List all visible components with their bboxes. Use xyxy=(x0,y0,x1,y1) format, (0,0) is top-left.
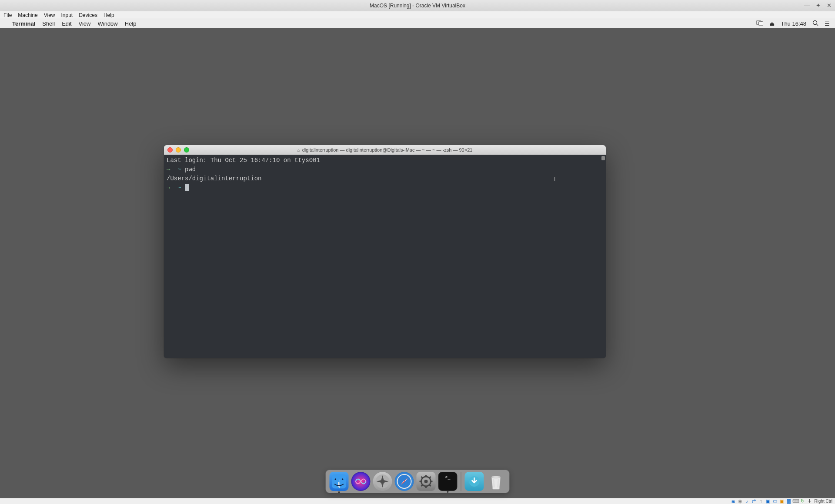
virtualbox-window-title: MacOS [Running] - Oracle VM VirtualBox xyxy=(370,3,465,9)
vb-menu-file[interactable]: File xyxy=(3,12,12,18)
mac-menu-edit[interactable]: Edit xyxy=(62,20,71,27)
traffic-lights xyxy=(167,147,189,153)
terminal-line-last-login: Last login: Thu Oct 25 16:47:10 on ttys0… xyxy=(167,156,603,165)
svg-point-2 xyxy=(813,20,817,24)
macos-guest-screen: Terminal Shell Edit View Window Help ⏏ T… xyxy=(0,19,835,498)
virtualbox-menubar: File Machine View Input Devices Help xyxy=(0,11,835,19)
dock-siri-icon[interactable] xyxy=(351,472,371,491)
mac-menu-app[interactable]: Terminal xyxy=(12,20,35,27)
vb-menu-help[interactable]: Help xyxy=(104,12,114,18)
vb-mouse-integration-icon[interactable]: ⌨ xyxy=(793,498,798,504)
text-cursor-ibeam-icon: I xyxy=(554,175,556,184)
vb-hard-disk-icon[interactable]: ◙ xyxy=(730,498,736,504)
dock-launchpad-icon[interactable] xyxy=(373,472,392,491)
terminal-titlebar[interactable]: ⌂ digitalinterruption — digitalinterrupt… xyxy=(164,145,606,155)
window-zoom-button[interactable] xyxy=(184,147,189,153)
macos-dock: >_ xyxy=(326,470,509,493)
vb-processor-icon[interactable]: ▓ xyxy=(786,498,792,504)
macos-menubar: Terminal Shell Edit View Window Help ⏏ T… xyxy=(0,19,835,28)
vb-close-button[interactable]: ✕ xyxy=(827,2,832,9)
terminal-line-prompt-1: → ~ pwd xyxy=(167,165,603,174)
vb-display-icon[interactable]: ▭ xyxy=(772,498,778,504)
window-close-button[interactable] xyxy=(167,147,173,153)
vb-hostkey-status-icon[interactable]: ↻ xyxy=(800,498,805,504)
dock-terminal-icon[interactable]: >_ xyxy=(438,472,458,491)
terminal-line-output-1: /Users/digitalinterruption xyxy=(167,174,603,183)
vb-audio-icon[interactable]: ♪ xyxy=(744,498,750,504)
vb-hostkey-arrow-icon[interactable]: ⬇ xyxy=(807,498,812,504)
vb-menu-view[interactable]: View xyxy=(44,12,55,18)
virtualbox-titlebar: MacOS [Running] - Oracle VM VirtualBox —… xyxy=(0,0,835,11)
vb-hostkey-label: Right Ctrl xyxy=(814,499,832,504)
terminal-scrollbar[interactable] xyxy=(601,156,605,160)
terminal-line-prompt-2: → ~ xyxy=(167,183,603,192)
vb-network-icon[interactable]: ⇄ xyxy=(751,498,757,504)
terminal-cursor xyxy=(185,184,189,191)
dock-system-preferences-icon[interactable] xyxy=(417,472,436,491)
display-mirroring-icon[interactable] xyxy=(756,20,763,27)
svg-point-5 xyxy=(335,478,337,480)
vb-optical-disk-icon[interactable]: ◉ xyxy=(737,498,743,504)
terminal-body[interactable]: Last login: Thu Oct 25 16:47:10 on ttys0… xyxy=(164,155,606,358)
mac-menu-view[interactable]: View xyxy=(79,20,91,27)
mac-menu-shell[interactable]: Shell xyxy=(42,20,55,27)
terminal-command-1: pwd xyxy=(185,166,196,173)
vb-menu-input[interactable]: Input xyxy=(61,12,73,18)
spotlight-icon[interactable] xyxy=(812,20,818,27)
svg-line-16 xyxy=(429,484,431,486)
vb-menu-machine[interactable]: Machine xyxy=(18,12,37,18)
vb-minimize-button[interactable]: — xyxy=(804,2,810,9)
virtualbox-window-controls: — ✦ ✕ xyxy=(804,2,832,9)
eject-icon[interactable]: ⏏ xyxy=(769,20,775,27)
prompt-arrow-icon: → xyxy=(167,166,170,173)
svg-point-6 xyxy=(342,478,344,480)
svg-line-17 xyxy=(429,477,431,478)
svg-point-19 xyxy=(424,480,428,483)
terminal-window[interactable]: ⌂ digitalinterruption — digitalinterrupt… xyxy=(164,145,606,358)
vb-maximize-button[interactable]: ✦ xyxy=(816,2,821,9)
svg-line-24 xyxy=(498,479,498,487)
mac-menu-help[interactable]: Help xyxy=(125,20,137,27)
vb-menu-devices[interactable]: Devices xyxy=(79,12,97,18)
virtualbox-statusbar: ◙ ◉ ♪ ⇄ ⎍ ▣ ▭ ▣ ▓ ⌨ ↻ ⬇ Right Ctrl xyxy=(0,498,835,504)
terminal-title: ⌂ digitalinterruption — digitalinterrupt… xyxy=(297,147,473,153)
svg-line-15 xyxy=(421,477,423,478)
vb-status-icons: ◙ ◉ ♪ ⇄ ⎍ ▣ ▭ ▣ ▓ ⌨ ↻ ⬇ xyxy=(730,498,812,504)
svg-rect-1 xyxy=(758,22,763,25)
mac-menu-window[interactable]: Window xyxy=(98,20,118,27)
terminal-title-text: digitalinterruption — digitalinterruptio… xyxy=(302,147,473,153)
prompt-arrow-icon: → xyxy=(167,184,170,191)
prompt-tilde: ~ xyxy=(177,184,181,191)
home-icon: ⌂ xyxy=(297,148,300,153)
svg-point-21 xyxy=(492,476,501,478)
dock-trash-icon[interactable] xyxy=(487,472,506,491)
dock-safari-icon[interactable] xyxy=(395,472,414,491)
vb-shared-folders-icon[interactable]: ▣ xyxy=(765,498,771,504)
prompt-tilde: ~ xyxy=(177,166,181,173)
svg-line-18 xyxy=(421,484,423,486)
svg-line-3 xyxy=(817,24,818,26)
dock-separator xyxy=(461,472,461,491)
notification-center-icon[interactable]: ☰ xyxy=(825,20,830,27)
dock-downloads-icon[interactable] xyxy=(465,472,484,491)
menubar-clock[interactable]: Thu 16:48 xyxy=(781,20,806,27)
vb-recording-icon[interactable]: ▣ xyxy=(779,498,785,504)
svg-line-22 xyxy=(494,479,494,487)
window-minimize-button[interactable] xyxy=(176,147,181,153)
vb-usb-icon[interactable]: ⎍ xyxy=(758,498,764,504)
dock-finder-icon[interactable] xyxy=(330,472,349,491)
